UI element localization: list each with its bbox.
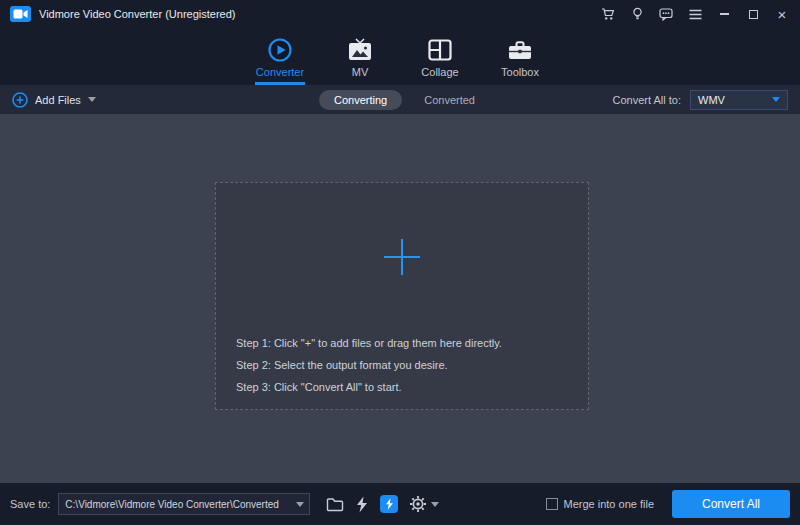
save-path-input[interactable] bbox=[59, 494, 291, 514]
step-1: Step 1: Click "+" to add files or drag t… bbox=[236, 337, 502, 349]
titlebar-left: Vidmore Video Converter (Unregistered) bbox=[10, 6, 235, 22]
window-title: Vidmore Video Converter (Unregistered) bbox=[39, 8, 235, 20]
menu-icon[interactable] bbox=[687, 6, 703, 22]
output-format-group: Convert All to: WMV bbox=[613, 90, 788, 110]
tab-converter[interactable]: Converter bbox=[240, 28, 320, 85]
instructions: Step 1: Click "+" to add files or drag t… bbox=[236, 337, 502, 393]
toolbar: Add Files Converting Converted Convert A… bbox=[0, 85, 800, 114]
step-2: Step 2: Select the output format you des… bbox=[236, 359, 502, 371]
minimize-icon[interactable] bbox=[716, 6, 732, 22]
settings-gear-icon[interactable] bbox=[409, 495, 427, 513]
close-icon[interactable]: × bbox=[774, 6, 790, 22]
open-folder-icon[interactable] bbox=[326, 497, 344, 512]
feedback-icon[interactable] bbox=[658, 6, 674, 22]
settings-chevron-icon[interactable] bbox=[431, 502, 439, 507]
converted-tab[interactable]: Converted bbox=[418, 90, 481, 110]
tab-mv-label: MV bbox=[352, 66, 369, 78]
app-logo-icon bbox=[10, 6, 31, 22]
save-to-label: Save to: bbox=[10, 498, 50, 510]
lamp-icon[interactable] bbox=[629, 6, 645, 22]
add-files-button[interactable]: Add Files bbox=[12, 92, 96, 108]
mv-icon bbox=[347, 36, 373, 64]
tab-toolbox-label: Toolbox bbox=[501, 66, 539, 78]
toolbox-icon bbox=[507, 36, 533, 64]
convert-all-to-label: Convert All to: bbox=[613, 94, 681, 106]
merge-label: Merge into one file bbox=[564, 498, 655, 510]
collage-icon bbox=[428, 36, 452, 64]
save-path-chevron-icon[interactable] bbox=[291, 494, 309, 514]
main-nav: Converter MV Collage Toolbox bbox=[0, 28, 800, 85]
merge-checkbox[interactable] bbox=[546, 498, 558, 510]
tab-mv[interactable]: MV bbox=[320, 28, 400, 85]
app-window: Vidmore Video Converter (Unregistered) × bbox=[0, 0, 800, 525]
footer-bar: Save to: Merge into one fil bbox=[0, 483, 800, 525]
file-dropzone[interactable]: Step 1: Click "+" to add files or drag t… bbox=[215, 182, 589, 410]
add-files-chevron-icon[interactable] bbox=[88, 97, 96, 102]
high-speed-icon[interactable] bbox=[355, 496, 369, 513]
add-files-label: Add Files bbox=[35, 94, 81, 106]
dropzone-plus-icon[interactable] bbox=[382, 237, 422, 281]
convert-all-button[interactable]: Convert All bbox=[672, 490, 790, 518]
tab-collage[interactable]: Collage bbox=[400, 28, 480, 85]
format-value: WMV bbox=[698, 94, 725, 106]
tab-converter-label: Converter bbox=[256, 66, 304, 78]
settings-group bbox=[409, 495, 439, 513]
merge-group[interactable]: Merge into one file bbox=[546, 498, 655, 510]
converting-tab[interactable]: Converting bbox=[319, 90, 402, 110]
add-plus-icon bbox=[12, 92, 28, 108]
format-chevron-icon bbox=[772, 97, 780, 102]
titlebar: Vidmore Video Converter (Unregistered) × bbox=[0, 0, 800, 28]
tab-toolbox[interactable]: Toolbox bbox=[480, 28, 560, 85]
main-area: Step 1: Click "+" to add files or drag t… bbox=[0, 114, 800, 483]
gpu-acceleration-icon[interactable] bbox=[380, 495, 398, 513]
titlebar-controls: × bbox=[600, 6, 790, 22]
maximize-icon[interactable] bbox=[745, 6, 761, 22]
step-3: Step 3: Click "Convert All" to start. bbox=[236, 381, 502, 393]
cart-icon[interactable] bbox=[600, 6, 616, 22]
converter-icon bbox=[267, 36, 293, 64]
tab-collage-label: Collage bbox=[421, 66, 458, 78]
footer-icons bbox=[326, 495, 439, 513]
list-switch: Converting Converted bbox=[319, 90, 481, 110]
format-select[interactable]: WMV bbox=[690, 90, 788, 110]
save-path-box bbox=[58, 493, 310, 515]
